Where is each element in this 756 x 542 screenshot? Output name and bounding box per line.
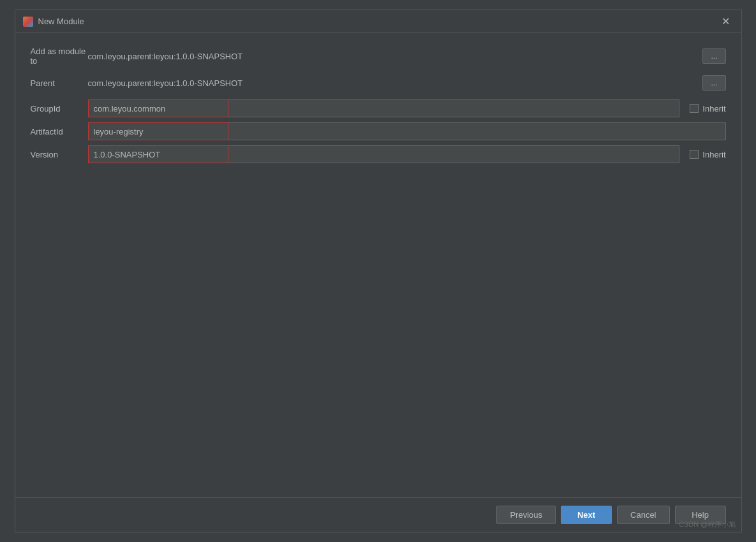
version-combined: [88, 145, 680, 163]
add-module-value: com.leyou.parent:leyou:1.0.0-SNAPSHOT: [88, 52, 698, 61]
parent-row: Parent com.leyou.parent:leyou:1.0.0-SNAP…: [31, 73, 726, 93]
add-module-browse-button[interactable]: ...: [702, 48, 725, 64]
groupid-input-wrapper: Inherit: [88, 99, 726, 117]
groupid-inherit-checkbox[interactable]: [690, 104, 699, 113]
groupid-right-input[interactable]: [228, 99, 680, 117]
version-inherit-label: Inherit: [702, 150, 725, 159]
add-module-label: Add as module to: [31, 47, 88, 66]
cancel-button[interactable]: Cancel: [617, 506, 669, 524]
version-inherit-wrapper: Inherit: [690, 150, 725, 159]
artifactid-right-input[interactable]: [228, 122, 726, 140]
artifactid-left-input[interactable]: [88, 122, 228, 140]
parent-browse-button[interactable]: ...: [702, 75, 725, 91]
add-module-row: Add as module to com.leyou.parent:leyou:…: [31, 46, 726, 66]
artifactid-input-wrapper: [88, 122, 726, 140]
watermark: CSDN @程序小旭: [679, 520, 736, 529]
groupid-row: GroupId Inherit: [31, 99, 726, 117]
artifactid-row: ArtifactId: [31, 122, 726, 140]
artifactid-label: ArtifactId: [31, 127, 88, 136]
artifactid-combined: [88, 122, 726, 140]
dialog-title: New Module: [38, 17, 84, 26]
title-bar: New Module ✕: [15, 10, 741, 33]
version-input-wrapper: Inherit: [88, 145, 726, 163]
parent-label: Parent: [31, 78, 88, 88]
version-inherit-checkbox[interactable]: [690, 150, 699, 159]
dialog-footer: Previous Next Cancel Help: [15, 497, 741, 532]
title-bar-left: New Module: [23, 17, 84, 27]
version-row: Version Inherit: [31, 145, 726, 163]
groupid-left-input[interactable]: [88, 99, 228, 117]
dialog-overlay: New Module ✕ Add as module to com.leyou.…: [0, 0, 756, 542]
new-module-dialog: New Module ✕ Add as module to com.leyou.…: [15, 10, 742, 532]
version-left-input[interactable]: [88, 145, 228, 163]
groupid-inherit-wrapper: Inherit: [690, 104, 725, 114]
previous-button[interactable]: Previous: [496, 506, 556, 524]
close-button[interactable]: ✕: [718, 15, 734, 28]
dialog-content: Add as module to com.leyou.parent:leyou:…: [15, 33, 741, 497]
next-button[interactable]: Next: [561, 506, 612, 524]
version-label: Version: [31, 150, 88, 159]
parent-value: com.leyou.parent:leyou:1.0.0-SNAPSHOT: [88, 78, 698, 88]
groupid-inherit-label: Inherit: [702, 104, 725, 114]
groupid-combined: [88, 99, 680, 117]
groupid-label: GroupId: [31, 104, 88, 114]
version-right-input[interactable]: [228, 145, 680, 163]
module-icon: [23, 17, 33, 27]
